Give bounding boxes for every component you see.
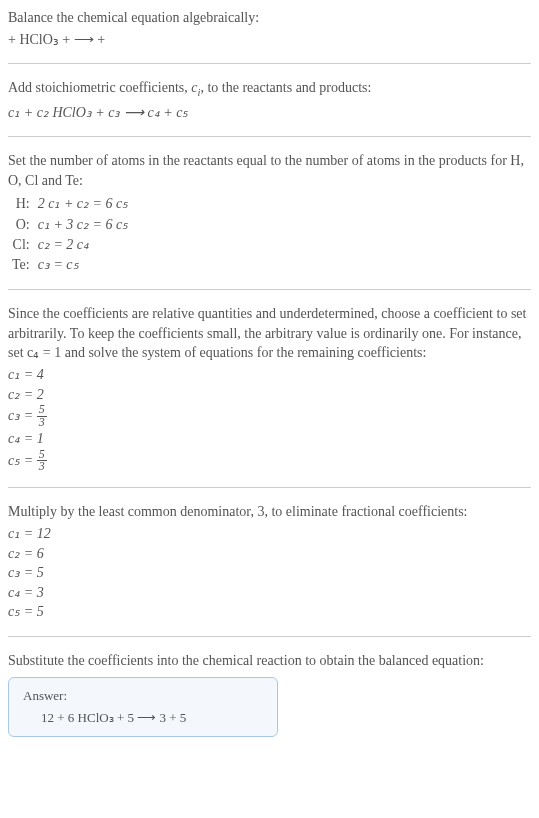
problem-line1: Balance the chemical equation algebraica…: [8, 8, 531, 28]
coef-row: c₁ = 12: [8, 524, 531, 544]
multiply-line1: Multiply by the least common denominator…: [8, 502, 531, 522]
frac-den: 3: [37, 417, 47, 429]
coef-rhs: 5: [37, 565, 44, 580]
coef-row: c₁ = 4: [8, 365, 531, 385]
coef-lhs: c₂: [8, 546, 20, 561]
coef-row: c₃ = 5: [8, 563, 531, 583]
stoich-text-b: , to the reactants and products:: [200, 80, 371, 95]
coef-row: c₄ = 3: [8, 583, 531, 603]
answer-equation: 12 + 6 HClO₃ + 5 ⟶ 3 + 5: [23, 710, 263, 726]
coef-lhs: c₃: [8, 565, 20, 580]
section-substitute: Substitute the coefficients into the che…: [8, 651, 531, 737]
section-atoms: Set the number of atoms in the reactants…: [8, 151, 531, 275]
coef-frac: 53: [37, 449, 47, 474]
coef-lhs: c₄: [8, 585, 20, 600]
coef-rhs: 12: [37, 526, 51, 541]
arbitrary-line1: Since the coefficients are relative quan…: [8, 304, 531, 363]
element-equation: c₃ = c₅: [34, 255, 133, 275]
stoich-line1: Add stoichiometric coefficients, ci, to …: [8, 78, 531, 100]
coef-row: c₃ = 53: [8, 404, 531, 429]
atoms-table: H: 2 c₁ + c₂ = 6 c₅ O: c₁ + 3 c₂ = 6 c₅ …: [8, 194, 132, 275]
coef-row: c₂ = 6: [8, 544, 531, 564]
divider: [8, 487, 531, 488]
section-multiply: Multiply by the least common denominator…: [8, 502, 531, 622]
coef-rhs: 1: [37, 431, 44, 446]
stoich-line2: c₁ + c₂ HClO₃ + c₃ ⟶ c₄ + c₅: [8, 103, 531, 123]
coef-list-1: c₁ = 4 c₂ = 2 c₃ = 53 c₄ = 1 c₅ = 53: [8, 365, 531, 473]
table-row: O: c₁ + 3 c₂ = 6 c₅: [8, 215, 132, 235]
divider: [8, 63, 531, 64]
divider: [8, 636, 531, 637]
frac-den: 3: [37, 461, 47, 473]
coef-lhs: c₁: [8, 367, 20, 382]
table-row: Cl: c₂ = 2 c₄: [8, 235, 132, 255]
coef-rhs: 4: [37, 367, 44, 382]
coef-frac: 53: [37, 404, 47, 429]
section-arbitrary: Since the coefficients are relative quan…: [8, 304, 531, 473]
table-row: H: 2 c₁ + c₂ = 6 c₅: [8, 194, 132, 214]
coef-row: c₄ = 1: [8, 429, 531, 449]
coef-rhs: 2: [37, 387, 44, 402]
coef-lhs: c₂: [8, 387, 20, 402]
element-equation: 2 c₁ + c₂ = 6 c₅: [34, 194, 133, 214]
section-problem: Balance the chemical equation algebraica…: [8, 8, 531, 49]
substitute-line1: Substitute the coefficients into the che…: [8, 651, 531, 671]
element-label: H:: [8, 194, 34, 214]
answer-label: Answer:: [23, 688, 263, 704]
element-equation: c₂ = 2 c₄: [34, 235, 133, 255]
element-label: Te:: [8, 255, 34, 275]
element-label: Cl:: [8, 235, 34, 255]
problem-line2: + HClO₃ + ⟶ +: [8, 30, 531, 50]
stoich-text-a: Add stoichiometric coefficients,: [8, 80, 191, 95]
coef-row: c₅ = 53: [8, 449, 531, 474]
coef-rhs: 3: [37, 585, 44, 600]
atoms-line1: Set the number of atoms in the reactants…: [8, 151, 531, 190]
element-label: O:: [8, 215, 34, 235]
coef-rhs: 6: [37, 546, 44, 561]
element-equation: c₁ + 3 c₂ = 6 c₅: [34, 215, 133, 235]
answer-box: Answer: 12 + 6 HClO₃ + 5 ⟶ 3 + 5: [8, 677, 278, 737]
coef-lhs: c₅: [8, 604, 20, 619]
coef-lhs: c₃: [8, 408, 20, 423]
coef-lhs: c₁: [8, 526, 20, 541]
coef-lhs: c₅: [8, 452, 20, 467]
section-stoichiometric: Add stoichiometric coefficients, ci, to …: [8, 78, 531, 122]
coef-row: c₅ = 5: [8, 602, 531, 622]
coef-rhs: 5: [37, 604, 44, 619]
coef-lhs: c₄: [8, 431, 20, 446]
coef-row: c₂ = 2: [8, 385, 531, 405]
divider: [8, 289, 531, 290]
coef-list-2: c₁ = 12 c₂ = 6 c₃ = 5 c₄ = 3 c₅ = 5: [8, 524, 531, 622]
divider: [8, 136, 531, 137]
table-row: Te: c₃ = c₅: [8, 255, 132, 275]
